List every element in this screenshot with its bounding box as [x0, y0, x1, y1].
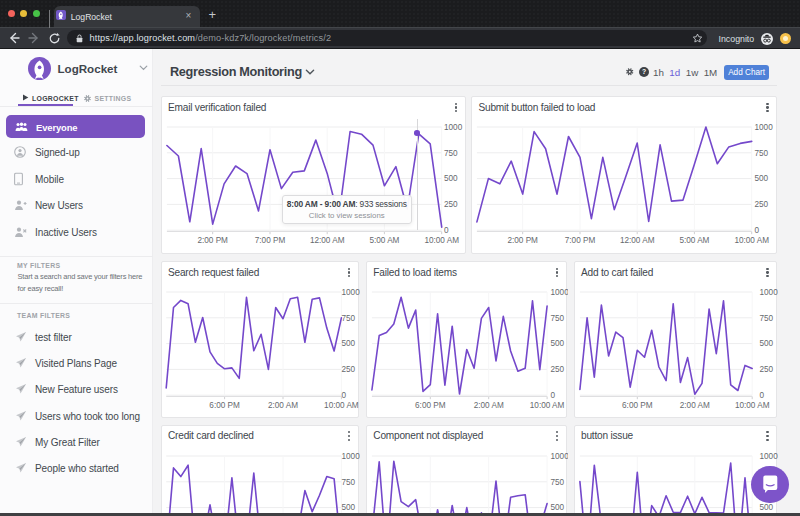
svg-text:500: 500: [550, 339, 564, 348]
svg-text:750: 750: [755, 149, 769, 158]
svg-text:1000: 1000: [341, 288, 360, 297]
svg-text:0: 0: [759, 391, 764, 400]
svg-text:750: 750: [759, 314, 773, 323]
svg-text:1000: 1000: [755, 123, 774, 132]
svg-text:500: 500: [550, 503, 564, 512]
svg-text:750: 750: [341, 314, 355, 323]
svg-text:500: 500: [755, 174, 769, 183]
svg-text:2:00 AM: 2:00 AM: [473, 401, 503, 410]
svg-text:6:00 PM: 6:00 PM: [415, 401, 446, 410]
svg-text:750: 750: [341, 477, 355, 486]
svg-text:?: ?: [641, 68, 645, 75]
svg-text:1000: 1000: [550, 288, 568, 297]
svg-text:500: 500: [341, 339, 355, 348]
svg-text:0: 0: [755, 226, 760, 235]
svg-text:250: 250: [444, 200, 458, 209]
svg-text:750: 750: [444, 149, 458, 158]
svg-text:750: 750: [550, 314, 564, 323]
svg-text:1000: 1000: [759, 451, 778, 460]
svg-text:10:00 AM: 10:00 AM: [734, 401, 769, 410]
svg-text:500: 500: [444, 174, 458, 183]
svg-text:250: 250: [550, 365, 564, 374]
svg-text:250: 250: [759, 365, 773, 374]
svg-text:5:00 AM: 5:00 AM: [679, 236, 709, 245]
svg-text:750: 750: [550, 477, 564, 486]
svg-text:10:00 AM: 10:00 AM: [530, 401, 565, 410]
svg-text:0: 0: [550, 391, 555, 400]
svg-text:0: 0: [341, 391, 346, 400]
svg-text:1000: 1000: [341, 451, 360, 460]
svg-text:1000: 1000: [444, 123, 463, 132]
svg-text:500: 500: [759, 503, 773, 512]
svg-text:7:00 PM: 7:00 PM: [254, 236, 285, 245]
svg-text:5:00 AM: 5:00 AM: [369, 236, 399, 245]
svg-text:2:00 AM: 2:00 AM: [267, 401, 297, 410]
svg-text:10:00 AM: 10:00 AM: [324, 401, 359, 410]
svg-text:2:00 PM: 2:00 PM: [197, 236, 228, 245]
svg-text:1000: 1000: [759, 288, 778, 297]
svg-text:0: 0: [444, 226, 449, 235]
svg-text:2:00 AM: 2:00 AM: [679, 401, 709, 410]
svg-text:500: 500: [341, 503, 355, 512]
svg-text:2:00 PM: 2:00 PM: [507, 236, 538, 245]
svg-text:1000: 1000: [550, 451, 568, 460]
svg-text:250: 250: [341, 365, 355, 374]
svg-text:10:00 AM: 10:00 AM: [424, 236, 459, 245]
svg-text:12:00 AM: 12:00 AM: [309, 236, 344, 245]
svg-text:500: 500: [759, 339, 773, 348]
svg-text:250: 250: [755, 200, 769, 209]
svg-text:10:00 AM: 10:00 AM: [734, 236, 769, 245]
svg-text:6:00 PM: 6:00 PM: [209, 401, 240, 410]
svg-text:7:00 PM: 7:00 PM: [565, 236, 596, 245]
svg-text:6:00 PM: 6:00 PM: [622, 401, 653, 410]
svg-text:12:00 AM: 12:00 AM: [620, 236, 655, 245]
